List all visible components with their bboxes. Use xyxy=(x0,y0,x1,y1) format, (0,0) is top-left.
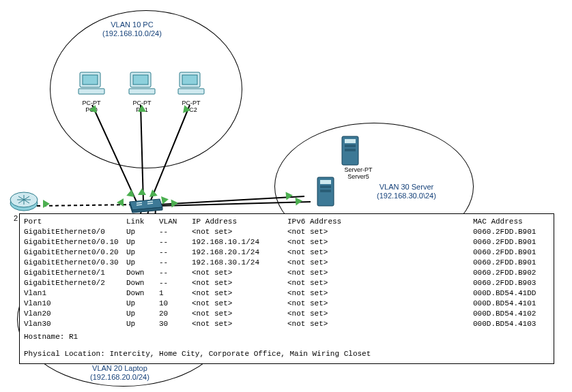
link-status-icon xyxy=(285,192,293,200)
cell-vlan: -- xyxy=(159,237,192,247)
cell-ipv6: <not set> xyxy=(287,309,473,319)
cell-ipv6: <not set> xyxy=(287,319,473,329)
col-header-link: Link xyxy=(126,217,159,227)
col-header-ip: IP Address xyxy=(192,217,287,227)
cell-vlan: -- xyxy=(159,258,192,268)
cell-link: Up xyxy=(126,258,159,268)
table-row: GigabitEthernet0/0.10Up--192.168.10.1/24… xyxy=(24,237,549,247)
cell-mac: 000D.BD54.41DD xyxy=(473,288,549,299)
cell-ipv6: <not set> xyxy=(287,247,473,258)
cell-mac: 0060.2FDD.B902 xyxy=(473,268,549,278)
svg-rect-7 xyxy=(182,75,197,85)
table-row: GigabitEthernet0/0.30Up--192.168.30.1/24… xyxy=(24,258,549,268)
table-row: GigabitEthernet0/0Up--<not set><not set>… xyxy=(24,227,549,237)
cell-ip: <not set> xyxy=(192,319,287,329)
group-vlan10-title: VLAN 10 PC xyxy=(102,20,162,29)
cell-port: GigabitEthernet0/0.10 xyxy=(24,237,126,247)
cell-port: GigabitEthernet0/0.30 xyxy=(24,258,126,268)
table-row: GigabitEthernet0/0.20Up--192.168.20.1/24… xyxy=(24,247,549,258)
link-status-icon xyxy=(171,199,178,208)
cell-mac: 000D.BD54.4103 xyxy=(473,319,549,329)
blank-line xyxy=(24,342,549,349)
cell-vlan: 20 xyxy=(159,309,192,319)
cell-ip: <not set> xyxy=(192,309,287,319)
diagram-canvas: VLAN 10 PC (192.168.10.0/24) VLAN 30 Ser… xyxy=(0,0,572,392)
table-row: Vlan1Down1<not set><not set>000D.BD54.41… xyxy=(24,288,549,299)
router-icon xyxy=(9,190,39,213)
node-pc2-line1: PC-PT xyxy=(173,100,209,106)
svg-rect-16 xyxy=(320,180,331,184)
svg-rect-18 xyxy=(320,190,331,192)
group-vlan20-title: VLAN 20 Laptop xyxy=(90,364,149,373)
cell-ipv6: <not set> xyxy=(287,278,473,288)
link-status-icon xyxy=(148,189,158,197)
svg-rect-4 xyxy=(133,75,148,85)
node-pc2[interactable]: PC-PT PC2 xyxy=(173,70,209,113)
server-icon xyxy=(341,135,362,168)
cell-link: Up xyxy=(126,237,159,247)
col-header-port: Port xyxy=(24,217,126,227)
cell-vlan: -- xyxy=(159,247,192,258)
pc-icon xyxy=(77,70,106,97)
cell-vlan: -- xyxy=(159,278,192,288)
svg-rect-14 xyxy=(345,149,356,151)
cell-link: Up xyxy=(126,247,159,258)
table-row: GigabitEthernet0/1Down--<not set><not se… xyxy=(24,268,549,278)
group-vlan20-subnet: (192.168.20.0/24) xyxy=(90,373,149,382)
cell-vlan: -- xyxy=(159,227,192,237)
pc-icon xyxy=(128,70,156,97)
cell-mac: 000D.BD54.4102 xyxy=(473,309,549,319)
cell-link: Up xyxy=(126,299,159,309)
cell-ip: 192.168.30.1/24 xyxy=(192,258,287,268)
svg-rect-13 xyxy=(345,145,356,147)
cell-mac: 0060.2FDD.B901 xyxy=(473,237,549,247)
group-vlan30-subnet: (192.168.30.0\24) xyxy=(377,192,436,200)
cell-ipv6: <not set> xyxy=(287,258,473,268)
link-status-icon xyxy=(138,188,146,195)
cell-mac: 0060.2FDD.B903 xyxy=(473,278,549,288)
location-line: Physical Location: Intercity, Home City,… xyxy=(24,349,549,359)
node-server-back[interactable] xyxy=(331,135,372,169)
node-server5[interactable] xyxy=(303,176,351,210)
table-header-row: Port Link VLAN IP Address IPv6 Address M… xyxy=(24,217,549,227)
col-header-vlan: VLAN xyxy=(159,217,192,227)
table-row: Vlan10Up10<not set><not set>000D.BD54.41… xyxy=(24,299,549,309)
cell-port: Vlan1 xyxy=(24,288,126,299)
cell-port: GigabitEthernet0/2 xyxy=(24,278,126,288)
cell-port: GigabitEthernet0/0.20 xyxy=(24,247,126,258)
cell-ipv6: <not set> xyxy=(287,268,473,278)
cell-mac: 0060.2FDD.B901 xyxy=(473,227,549,237)
table-row: Vlan30Up30<not set><not set>000D.BD54.41… xyxy=(24,319,549,329)
svg-rect-1 xyxy=(83,75,98,85)
node-pc2-line2: PC2 xyxy=(173,106,209,113)
node-server5-label: Server-PT Server5 xyxy=(336,166,381,180)
cell-link: Down xyxy=(126,268,159,278)
col-header-mac: MAC Address xyxy=(473,217,549,227)
cell-link: Up xyxy=(126,309,159,319)
col-header-ipv6: IPv6 Address xyxy=(287,217,473,227)
cell-link: Up xyxy=(126,227,159,237)
cell-ipv6: <not set> xyxy=(287,288,473,299)
switch-icon xyxy=(127,198,165,214)
node-router-num: 2 xyxy=(14,214,18,222)
cell-port: GigabitEthernet0/0 xyxy=(24,227,126,237)
cell-mac: 000D.BD54.4101 xyxy=(473,299,549,309)
link-status-icon xyxy=(138,105,146,112)
pc-icon xyxy=(177,70,205,97)
cell-port: Vlan10 xyxy=(24,299,126,309)
interface-status-tooltip: Port Link VLAN IP Address IPv6 Address M… xyxy=(19,213,554,364)
link-status-icon xyxy=(117,198,124,207)
svg-rect-12 xyxy=(345,139,356,143)
cell-ip: <not set> xyxy=(192,299,287,309)
cell-vlan: 1 xyxy=(159,288,192,299)
node-router[interactable] xyxy=(9,190,39,214)
cell-ipv6: <not set> xyxy=(287,299,473,309)
interface-table-body: GigabitEthernet0/0Up--<not set><not set>… xyxy=(24,227,549,329)
cell-port: GigabitEthernet0/1 xyxy=(24,268,126,278)
cell-port: Vlan20 xyxy=(24,309,126,319)
cell-ip: 192.168.10.1/24 xyxy=(192,237,287,247)
link-status-icon xyxy=(161,195,169,205)
table-row: Vlan20Up20<not set><not set>000D.BD54.41… xyxy=(24,309,549,319)
link-status-icon xyxy=(295,197,302,206)
group-vlan20-label: VLAN 20 Laptop (192.168.20.0/24) xyxy=(90,364,149,382)
